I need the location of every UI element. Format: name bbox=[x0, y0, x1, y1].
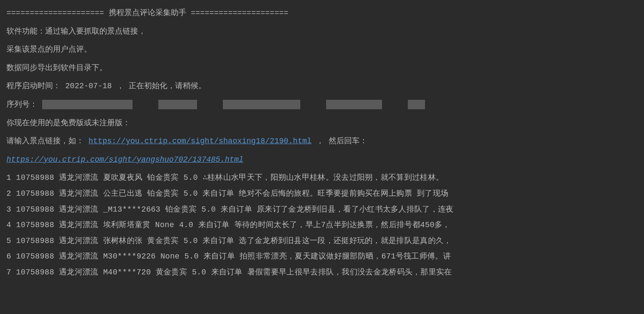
example-url-link[interactable]: https://you.ctrip.com/sight/shaoxing18/2… bbox=[89, 137, 311, 145]
data-row: 6 10758988 遇龙河漂流 M30****9226 None 5.0 来自… bbox=[6, 250, 638, 263]
app-title: 携程景点评论采集助手 bbox=[109, 9, 186, 17]
startup-time-line: 程序启动时间： 2022-07-18 ， 正在初始化，请稍候。 bbox=[6, 80, 638, 93]
data-row: 4 10758988 遇龙河漂流 埃利斯塔童贯 None 4.0 来自订单 等待… bbox=[6, 219, 638, 232]
intro-line-3: 数据同步导出到软件目录下。 bbox=[6, 62, 638, 75]
input-prompt-line: 请输入景点链接，如： https://you.ctrip.com/sight/s… bbox=[6, 135, 638, 148]
version-notice: 你现在使用的是免费版或未注册版： bbox=[6, 117, 638, 130]
user-input-line: https://you.ctrip.com/sight/yangshuo702/… bbox=[6, 153, 638, 166]
serial-label: 序列号： bbox=[6, 100, 37, 109]
input-prompt-suffix: ， 然后回车： bbox=[316, 137, 367, 145]
startup-time-value: 2022-07-18 bbox=[65, 82, 112, 90]
intro-line-1: 软件功能：通过输入要抓取的景点链接， bbox=[6, 25, 638, 38]
separator-left: ===================== bbox=[6, 9, 104, 17]
data-row: 2 10758988 遇龙河漂流 公主已出逃 铂金贵宾 5.0 来自订单 绝对不… bbox=[6, 187, 638, 200]
serial-line: 序列号： bbox=[6, 98, 638, 111]
data-row: 5 10758988 遇龙河漂流 张树林的张 黄金贵宾 5.0 来自订单 选了金… bbox=[6, 234, 638, 248]
app-title-line: ===================== 携程景点评论采集助手 =======… bbox=[6, 6, 638, 20]
data-rows-container: 1 10758988 遇龙河漂流 夏吹夏夜风 铂金贵宾 5.0 ∴桂林山水甲天下… bbox=[6, 171, 638, 279]
startup-time-label: 程序启动时间： bbox=[6, 82, 61, 90]
entered-url-link[interactable]: https://you.ctrip.com/sight/yangshuo702/… bbox=[6, 155, 243, 164]
data-row: 3 10758988 遇龙河漂流 _M13****2663 铂金贵宾 5.0 来… bbox=[6, 203, 638, 216]
data-row: 1 10758988 遇龙河漂流 夏吹夏夜风 铂金贵宾 5.0 ∴桂林山水甲天下… bbox=[6, 171, 638, 185]
startup-time-suffix: ， 正在初始化，请稍候。 bbox=[117, 82, 206, 90]
serial-redacted bbox=[42, 100, 425, 109]
data-row: 7 10758988 遇龙河漂流 M40****720 黄金贵宾 5.0 来自订… bbox=[6, 266, 638, 279]
separator-right: ===================== bbox=[191, 9, 288, 17]
input-prompt-prefix: 请输入景点链接，如： bbox=[6, 137, 84, 145]
intro-line-2: 采集该景点的用户点评。 bbox=[6, 43, 638, 56]
